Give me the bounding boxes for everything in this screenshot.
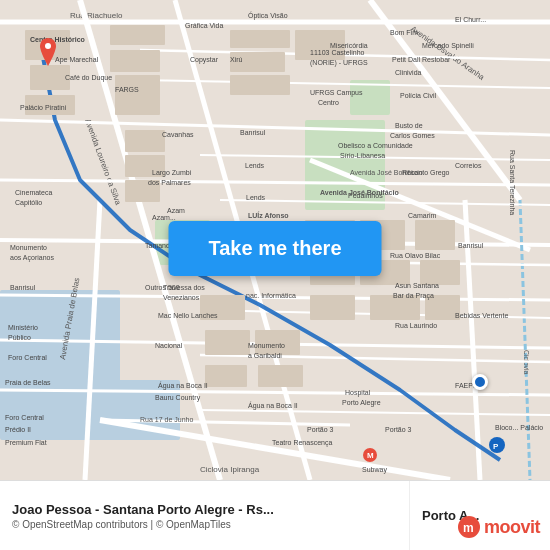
svg-text:Banrisul: Banrisul [458, 242, 484, 249]
svg-text:Avenida José Bonifácio: Avenida José Bonifácio [320, 189, 399, 196]
svg-text:Correios: Correios [455, 162, 482, 169]
svg-rect-42 [110, 50, 160, 72]
svg-text:Ciclovia Ipiranga: Ciclovia Ipiranga [200, 465, 260, 474]
svg-text:Monumento: Monumento [248, 342, 285, 349]
svg-text:Nacional: Nacional [155, 342, 183, 349]
departure-station-label: Joao Pessoa - Santana Porto Alegre - Rs.… [12, 502, 397, 517]
svg-text:Bom Fim: Bom Fim [390, 29, 418, 36]
svg-text:Foro Central: Foro Central [8, 354, 47, 361]
svg-text:Teatro Renascença: Teatro Renascença [272, 439, 332, 447]
svg-text:Monumento: Monumento [10, 244, 47, 251]
svg-rect-62 [125, 130, 165, 152]
svg-text:Petit Dall Restobar: Petit Dall Restobar [392, 56, 451, 63]
svg-text:Premium Flat: Premium Flat [5, 439, 47, 446]
svg-text:dos Palmares: dos Palmares [148, 179, 191, 186]
svg-text:Bebidas Vertente: Bebidas Vertente [455, 312, 508, 319]
svg-text:Ape Marechal: Ape Marechal [55, 56, 99, 64]
svg-rect-52 [310, 295, 355, 320]
svg-rect-46 [230, 75, 290, 95]
svg-text:Lends: Lends [246, 194, 266, 201]
svg-text:Azam: Azam [167, 207, 185, 214]
svg-text:Sírio-Libanesa: Sírio-Libanesa [340, 152, 385, 159]
svg-text:Bar da Praça: Bar da Praça [393, 292, 434, 300]
svg-rect-58 [205, 330, 250, 355]
svg-rect-44 [230, 30, 290, 48]
map-area: Rua Riachuelo Avenida Loureiro da Silva … [0, 0, 550, 480]
svg-text:Cavanhas: Cavanhas [162, 131, 194, 138]
moovit-brand-text: moovit [484, 517, 540, 538]
svg-text:Portão 3: Portão 3 [307, 426, 334, 433]
svg-text:Venezianos: Venezianos [163, 294, 200, 301]
svg-text:Carlos Gomes: Carlos Gomes [390, 132, 435, 139]
svg-text:Foro Central: Foro Central [5, 414, 44, 421]
svg-text:Gráfica Vida: Gráfica Vida [185, 22, 223, 29]
take-me-there-button[interactable]: Take me there [168, 221, 381, 276]
svg-text:Capitólio: Capitólio [15, 199, 42, 207]
svg-text:Centro: Centro [318, 99, 339, 106]
svg-text:aos Açorianos: aos Açorianos [10, 254, 54, 262]
main-container: Rua Riachuelo Avenida Loureiro da Silva … [0, 0, 550, 550]
svg-text:Rua Laurindo: Rua Laurindo [395, 322, 437, 329]
svg-text:Camarim: Camarim [408, 212, 437, 219]
svg-text:Lends: Lends [245, 162, 265, 169]
svg-text:nac. Informática: nac. Informática [246, 292, 296, 299]
svg-text:Obelisco a Comunidade: Obelisco a Comunidade [338, 142, 413, 149]
svg-text:UFRGS Campus: UFRGS Campus [310, 89, 363, 97]
svg-text:Busto de: Busto de [395, 122, 423, 129]
svg-rect-61 [258, 365, 303, 387]
svg-rect-59 [205, 365, 247, 387]
bottom-right-section: Porto A... m moovit [410, 481, 550, 550]
svg-text:LUÍz Afonso: LUÍz Afonso [248, 211, 289, 219]
svg-point-149 [45, 43, 51, 49]
svg-text:Rua Riachuelo: Rua Riachuelo [70, 11, 123, 20]
svg-text:M: M [367, 451, 374, 460]
svg-text:El Churr...: El Churr... [455, 16, 486, 23]
svg-text:Portão 3: Portão 3 [385, 426, 412, 433]
map-attribution: © OpenStreetMap contributors | © OpenMap… [12, 519, 397, 530]
svg-text:Mac Nello Lanches: Mac Nello Lanches [158, 312, 218, 319]
moovit-icon: m [458, 516, 480, 538]
destination-dot [472, 374, 488, 390]
svg-text:Subway: Subway [362, 466, 387, 474]
svg-text:Azam...: Azam... [152, 214, 176, 221]
svg-text:Palácio Piratini: Palácio Piratini [20, 104, 67, 111]
svg-text:Banrisul: Banrisul [10, 284, 36, 291]
svg-text:Recanto Grego: Recanto Grego [402, 169, 450, 177]
svg-rect-54 [415, 220, 455, 250]
svg-text:Rua 17 de Junho: Rua 17 de Junho [140, 416, 193, 423]
svg-text:Bloco... Palácio: Bloco... Palácio [495, 424, 543, 431]
svg-text:Mercado Spinelli: Mercado Spinelli [422, 42, 474, 50]
svg-text:Copystar: Copystar [190, 56, 219, 64]
bottom-left-section: Joao Pessoa - Santana Porto Alegre - Rs.… [0, 481, 410, 550]
svg-text:Xirú: Xirú [230, 56, 243, 63]
svg-text:P: P [493, 442, 499, 451]
svg-text:Água na Boca II: Água na Boca II [248, 401, 298, 410]
svg-text:Bauru Country: Bauru Country [155, 394, 201, 402]
svg-text:Porto Alegre: Porto Alegre [342, 399, 381, 407]
svg-text:Público: Público [8, 334, 31, 341]
location-pin [38, 38, 58, 66]
svg-text:Largo Zumbi: Largo Zumbi [152, 169, 192, 177]
svg-rect-41 [110, 25, 165, 45]
svg-text:Ministério: Ministério [8, 324, 38, 331]
svg-text:Cinemateca: Cinemateca [15, 189, 52, 196]
svg-text:Prédio II: Prédio II [5, 426, 31, 433]
svg-text:Praia de Belas: Praia de Belas [5, 379, 51, 386]
svg-text:Água na Boca II: Água na Boca II [158, 381, 208, 390]
svg-text:a Garibaldi: a Garibaldi [248, 352, 282, 359]
svg-text:Rua Santa Terezinha: Rua Santa Terezinha [509, 150, 516, 215]
moovit-logo: m moovit [458, 516, 540, 538]
svg-text:Banrisul: Banrisul [240, 129, 266, 136]
svg-text:Polícia Civil: Polícia Civil [400, 92, 437, 99]
bottom-bar: Joao Pessoa - Santana Porto Alegre - Rs.… [0, 480, 550, 550]
svg-text:Café do Duque: Café do Duque [65, 74, 112, 82]
svg-text:Rua Olavo Bilac: Rua Olavo Bilac [390, 252, 441, 259]
svg-text:Hospital: Hospital [345, 389, 371, 397]
svg-rect-39 [30, 65, 70, 90]
svg-text:m: m [463, 521, 474, 535]
svg-rect-43 [115, 75, 160, 115]
svg-text:FARGS: FARGS [115, 86, 139, 93]
svg-text:Óptica Visão: Óptica Visão [248, 11, 288, 20]
svg-text:Misericórdia: Misericórdia [330, 42, 368, 49]
svg-text:(NORIE) - UFRGS: (NORIE) - UFRGS [310, 59, 368, 67]
